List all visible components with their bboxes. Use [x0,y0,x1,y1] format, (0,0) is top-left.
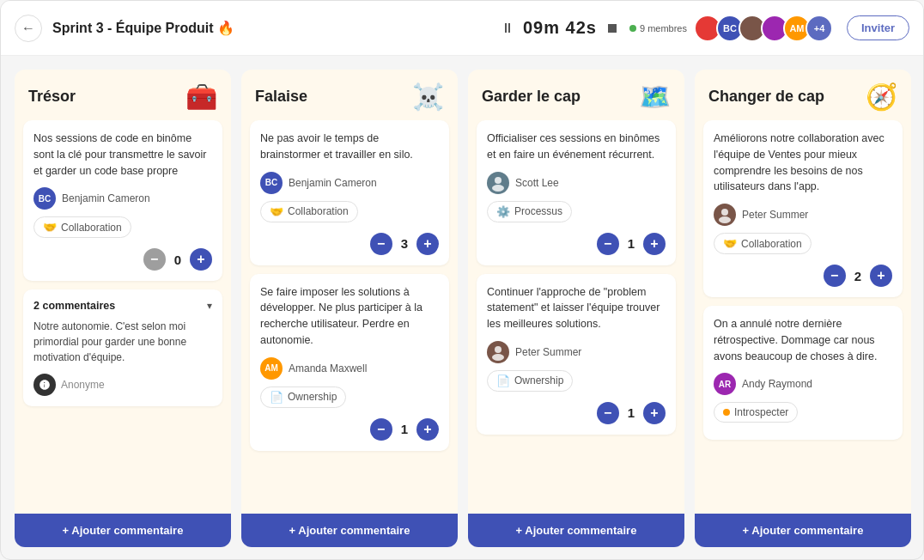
author-avatar [487,172,509,194]
column-tresor: Trésor 🧰 Nos sessions de code en binôme … [15,70,231,547]
card-tresor-1: Nos sessions de code en binôme sont la c… [23,120,222,281]
column-header-garder: Garder le cap 🗺️ [468,70,684,120]
vote-count: 1 [401,422,408,436]
tag-label: Collaboration [61,222,122,234]
cards-falaise: Ne pas avoir le temps de brainstormer et… [241,120,458,514]
comments-header: 2 commentaires ▾ [33,300,212,312]
header: ← Sprint 3 - Équipe Produit 🔥 ⏸ 09m 42s … [1,1,923,56]
tag-icon: 📄 [270,391,283,404]
card-author: AR Andy Raymond [714,373,892,395]
tag-label: Collaboration [741,238,802,250]
vote-minus-button[interactable]: − [597,402,619,424]
members-count: 9 membres [629,23,687,33]
add-comment-button-changer[interactable]: + Ajouter commentaire [695,514,911,547]
vote-count: 0 [174,253,181,267]
tag-dot [723,409,730,416]
column-emoji-tresor: 🧰 [185,82,217,112]
vote-minus-button[interactable]: − [597,233,619,255]
author-name: Andy Raymond [742,378,812,390]
svg-point-5 [719,216,731,223]
tag-label: Ownership [514,374,563,387]
members-label: 9 membres [629,23,687,33]
vote-row: − 0 + [33,248,212,271]
comments-count: 2 commentaires [33,300,115,312]
card-author: BC Benjamin Cameron [33,187,212,210]
vote-minus-button[interactable]: − [824,265,846,287]
vote-count: 1 [628,405,635,420]
tag-ownership: 📄 Ownership [260,387,346,408]
tag-collaboration: 🤝 Collaboration [260,201,358,222]
tag-ownership: 📄 Ownership [487,370,573,392]
vote-plus-button[interactable]: + [643,233,666,255]
column-header-tresor: Trésor 🧰 [15,70,231,120]
vote-plus-button[interactable]: + [416,418,439,441]
chevron-down-icon[interactable]: ▾ [207,300,212,312]
tag-label: Introspecter [734,406,788,418]
svg-point-4 [721,209,728,216]
vote-row: − 2 + [714,265,892,287]
vote-plus-button[interactable]: + [870,265,892,287]
comments-section: 2 commentaires ▾ Notre autonomie. C'est … [23,289,222,406]
author-name: Amanda Maxwell [289,362,367,374]
vote-plus-button[interactable]: + [190,248,212,271]
author-name: Peter Summer [742,209,808,221]
back-button[interactable]: ← [15,15,42,42]
vote-minus-button[interactable]: − [370,418,392,441]
tag-introspecter: Introspecter [714,402,798,423]
tag-icon: 🤝 [270,205,283,218]
card-text: Continuer l'approche de "problem stateme… [487,284,666,332]
vote-plus-button[interactable]: + [416,233,439,255]
timer-display: 09m 42s [523,18,597,38]
column-title-garder: Garder le cap [482,88,581,106]
vote-row: − 3 + [260,233,439,255]
column-emoji-garder: 🗺️ [639,82,671,112]
author-name: Benjamin Cameron [289,177,377,189]
members-section: 9 membres BC AM +4 Inviter [629,15,909,42]
vote-minus-button[interactable]: − [143,248,166,271]
column-header-changer: Changer de cap 🧭 [695,70,911,120]
vote-count: 2 [854,269,861,283]
invite-button[interactable]: Inviter [847,15,909,40]
member-avatars: BC AM +4 [694,15,833,42]
author-avatar: AM [260,357,283,380]
avatar-more[interactable]: +4 [805,15,833,42]
tag-icon: 🤝 [43,221,57,234]
card-falaise-2: Se faire imposer les solutions à dévelop… [250,274,449,451]
svg-point-1 [492,185,504,192]
author-avatar: AR [714,373,736,395]
column-title-changer: Changer de cap [708,88,824,106]
pause-button[interactable]: ⏸ [501,21,514,36]
stop-button[interactable]: ⏹ [605,21,619,36]
column-garder-le-cap: Garder le cap 🗺️ Officialiser ces sessio… [468,70,684,547]
vote-minus-button[interactable]: − [370,233,392,255]
card-author: Peter Summer [714,204,892,226]
vote-count: 1 [628,236,635,251]
online-indicator [629,25,636,32]
tag-collaboration: 🤝 Collaboration [33,216,131,238]
card-text: On a annulé notre dernière rétrospective… [714,316,892,364]
tag-label: Collaboration [288,205,349,217]
card-garder-1: Officialiser ces sessions en binômes et … [477,120,676,265]
cards-garder: Officialiser ces sessions en binômes et … [468,120,684,514]
cards-tresor: Nos sessions de code en binôme sont la c… [15,120,231,514]
card-garder-2: Continuer l'approche de "problem stateme… [477,274,676,435]
anon-avatar [33,374,56,396]
card-author: BC Benjamin Cameron [260,172,439,194]
column-changer-de-cap: Changer de cap 🧭 Améliorons notre collab… [695,70,911,547]
vote-plus-button[interactable]: + [643,402,666,424]
card-changer-1: Améliorons notre collaboration avec l'éq… [703,120,903,297]
card-text: Ne pas avoir le temps de brainstormer et… [260,131,439,163]
column-emoji-changer: 🧭 [866,82,897,112]
timer-controls: ⏸ 09m 42s ⏹ [501,18,619,38]
add-comment-button-garder[interactable]: + Ajouter commentaire [468,514,684,547]
card-text: Se faire imposer les solutions à dévelop… [260,284,439,349]
cards-changer: Améliorons notre collaboration avec l'éq… [695,120,911,514]
card-falaise-1: Ne pas avoir le temps de brainstormer et… [250,120,449,265]
column-title-tresor: Trésor [28,88,76,106]
comment-author: Anonyme [33,374,212,396]
card-author: Scott Lee [487,172,666,194]
add-comment-button-falaise[interactable]: + Ajouter commentaire [241,514,458,547]
comment-text: Notre autonomie. C'est selon moi primord… [33,319,212,365]
add-comment-button-tresor[interactable]: + Ajouter commentaire [15,514,231,547]
vote-row: − 1 + [487,402,666,424]
